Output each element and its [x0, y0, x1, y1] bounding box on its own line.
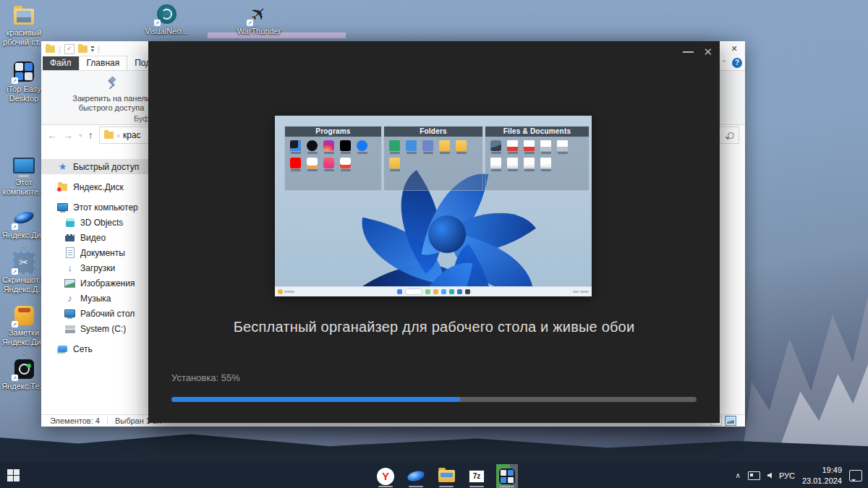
help-button[interactable]: ? — [732, 58, 742, 68]
desktop-icon-yandex-telemost[interactable]: ➚ Яндекс.Те... — [1, 358, 46, 391]
sidebar-item-label: Изображения — [80, 278, 135, 288]
tab-file[interactable]: Файл — [43, 56, 79, 70]
yandex-disk-icon — [407, 469, 426, 483]
sidebar-item-label: Быстрый доступ — [73, 162, 139, 172]
folder-icon — [104, 132, 114, 139]
jet-icon: ✈➚ — [248, 3, 270, 25]
sidebar-item-network[interactable]: Сеть — [41, 341, 148, 356]
image-file-icon — [490, 140, 501, 151]
installer-close-button[interactable]: ✕ — [703, 46, 712, 59]
desktop-icon-yandex-notes[interactable]: ➚ Заметки Яндекс.Ди... — [1, 304, 46, 356]
start-button[interactable] — [7, 469, 20, 482]
start-icon — [397, 289, 402, 294]
tiktok-icon — [307, 140, 318, 151]
properties-check-icon[interactable]: ✓ — [64, 44, 75, 54]
desktop-icon-warthunder[interactable]: ✈➚ WarThunder — [237, 3, 281, 36]
download-arrow-icon — [64, 262, 75, 273]
text-file-icon — [540, 158, 551, 168]
language-indicator[interactable]: РУС — [779, 471, 795, 480]
desktop-icon-yandex-disk[interactable]: ➚ Яндекс.Ди... — [1, 207, 46, 249]
music-note-icon — [64, 293, 75, 304]
text-file-icon — [507, 158, 518, 168]
hard-drive-icon — [64, 323, 75, 334]
separator: | — [59, 45, 61, 53]
taskbar-itop-installing[interactable] — [496, 464, 518, 488]
teal-ring-icon: ➚ — [156, 3, 177, 25]
cube-icon — [64, 217, 75, 228]
folder-icon — [389, 158, 400, 168]
sidebar-item-quick-access[interactable]: Быстрый доступ — [41, 159, 148, 174]
sidebar-item-label: System (C:) — [80, 324, 126, 334]
sidebar-item-desktop[interactable]: Рабочий стол — [41, 306, 148, 321]
notes-icon: ➚ — [13, 304, 35, 326]
apple-music-icon — [323, 158, 334, 168]
sidebar-item-music[interactable]: Музыка — [41, 291, 148, 306]
app-icon — [433, 289, 438, 294]
tray-overflow-chevron-icon[interactable]: ∧ — [736, 471, 741, 479]
instagram-icon — [323, 140, 334, 151]
sidebar-item-system-c[interactable]: System (C:) — [41, 321, 148, 336]
explorer-close-button[interactable]: ✕ — [728, 44, 741, 53]
tray-time: 19:49 — [802, 465, 842, 475]
separator — [107, 417, 108, 424]
thumbnail-view-toggle-icon[interactable] — [725, 416, 736, 426]
weather-icon — [278, 289, 283, 294]
action-center-icon[interactable] — [849, 470, 862, 481]
tab-home[interactable]: Главная — [79, 56, 128, 70]
speaker-icon[interactable] — [767, 473, 772, 479]
sidebar-item-pictures[interactable]: Изображения — [41, 275, 148, 291]
recent-locations-icon[interactable]: ˅ — [79, 132, 82, 139]
desktop-icon-this-pc[interactable]: Этот компьюте... — [1, 154, 46, 196]
file-explorer-icon — [438, 470, 455, 482]
forward-button[interactable]: → — [63, 129, 73, 141]
sidebar-item-yandex-disk[interactable]: Яндекс.Диск — [41, 179, 148, 194]
up-button[interactable]: ↑ — [88, 129, 93, 141]
app-icon — [441, 289, 446, 294]
youtube-icon — [290, 158, 301, 168]
sidebar-item-this-pc[interactable]: Этот компьютер — [41, 200, 148, 215]
desktop-icon-krasivy-folder[interactable]: красивый рбочий ст... — [1, 4, 46, 46]
taskbar-file-explorer[interactable] — [435, 464, 457, 488]
camera-lens-icon: ➚ — [13, 358, 35, 380]
taskbar-yandex-disk[interactable] — [405, 464, 427, 488]
desktop-icon-label: Яндекс.Ди... — [1, 231, 46, 249]
film-icon — [64, 232, 75, 243]
app-icon — [449, 289, 454, 294]
desktop-icon-label: Яндекс.Те... — [1, 382, 46, 391]
x-icon — [340, 140, 351, 151]
desktop-icon-itop[interactable]: ➚ iTop Easy Desktop — [1, 61, 46, 103]
installer-minimize-button[interactable] — [683, 51, 694, 53]
desktop-icon-screenshots[interactable]: ✂➚ Скриншот в Яндекс.Д... — [1, 252, 46, 294]
taskbar: Y 7z ∧ РУС 19:49 23.01.2024 — [0, 463, 868, 488]
breadcrumb[interactable]: крас — [123, 130, 141, 140]
computer-icon — [57, 202, 68, 213]
folder-icon — [456, 140, 467, 151]
panel-title: Files & Documents — [485, 127, 589, 137]
sidebar-item-label: Яндекс.Диск — [73, 182, 124, 192]
customize-quick-access-icon[interactable]: ▾ — [91, 46, 94, 52]
downloads-folder-icon — [389, 140, 400, 151]
sidebar-item-downloads[interactable]: Загрузки — [41, 260, 148, 275]
back-button[interactable]: ← — [47, 129, 57, 141]
gmail-icon — [340, 158, 351, 168]
clock[interactable]: 19:49 23.01.2024 — [802, 465, 842, 486]
sidebar-item-documents[interactable]: Документы — [41, 245, 148, 260]
sidebar-item-videos[interactable]: Видео — [41, 230, 148, 245]
picture-icon — [64, 278, 75, 288]
touch-keyboard-icon[interactable] — [748, 471, 760, 480]
new-folder-icon[interactable] — [78, 46, 88, 53]
product-screenshot: Programs Folders — [275, 116, 592, 296]
quick-access-folder-icon[interactable] — [46, 46, 55, 53]
desktop-icon-label: красивый рбочий ст... — [1, 28, 46, 46]
taskbar-7zip[interactable]: 7z — [466, 464, 488, 488]
itop-icon — [290, 140, 301, 151]
network-icon — [57, 343, 68, 354]
sidebar-item-3d-objects[interactable]: 3D Objects — [41, 215, 148, 230]
desktop-icon-visualneo[interactable]: ➚ VisualNeo... — [144, 3, 189, 36]
collapse-ribbon-icon[interactable]: ⌃ — [721, 59, 727, 67]
text-file-icon — [490, 158, 501, 168]
taskbar-yandex-browser[interactable]: Y — [375, 464, 396, 488]
sidebar-item-label: Этот компьютер — [73, 202, 138, 213]
app-icon — [465, 289, 470, 294]
text-file-icon — [524, 158, 535, 168]
